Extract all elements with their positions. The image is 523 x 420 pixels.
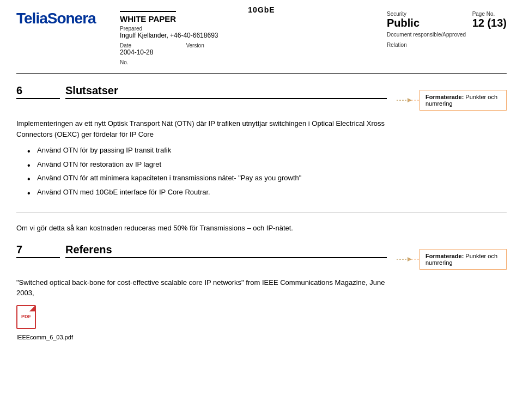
header-right: Security Public Page No. 12 (13) Documen… xyxy=(387,10,507,48)
pdf-icon[interactable]: PDF xyxy=(16,305,38,331)
security-pageno-row: Security Public Page No. 12 (13) xyxy=(387,11,507,29)
bullet-item-4: Använd OTN med 10GbE interface för IP Co… xyxy=(27,187,387,198)
formatted-box-7: Formaterade: Punkter och numrering xyxy=(419,249,507,270)
section7-heading-left: 7 Referens xyxy=(16,244,387,258)
no-label: No. xyxy=(120,59,387,65)
section6-body-row: Implementeringen av ett nytt Optisk Tran… xyxy=(16,118,507,203)
section7-number: 7 xyxy=(16,244,60,258)
relation-row: Relation xyxy=(387,42,507,48)
section7-body-right xyxy=(387,277,507,342)
section7-right-heading: Formaterade: Punkter och numrering xyxy=(387,244,507,270)
logo-sonera: Sonera xyxy=(47,10,96,27)
date-col: Date 2004-10-28 xyxy=(120,42,153,56)
page-no-label: Page No. xyxy=(472,11,507,17)
section6-right-heading: Formaterade: Punkter och numrering xyxy=(387,84,507,111)
section6-title: Slutsatser xyxy=(65,84,387,99)
section7: 7 Referens Formaterade: xyxy=(16,244,507,342)
section7-heading-row: 7 Referens Formaterade: xyxy=(16,244,507,270)
prepared-label: Prepared xyxy=(120,26,387,32)
section6-heading-row: 6 Slutsatser Forma xyxy=(16,84,507,111)
main-content: 6 Slutsatser Forma xyxy=(0,74,523,352)
logo-area: TeliaSonera xyxy=(16,10,104,27)
section6-heading-left: 6 Slutsatser xyxy=(16,84,387,99)
pdf-icon-area: PDF IEEEcomm_6_03.pdf xyxy=(16,305,387,342)
page: 10GbE TeliaSonera WHITE PAPER Prepared I… xyxy=(0,0,523,420)
pdf-icon-body: PDF xyxy=(16,305,36,329)
reference-text: "Switched optical back-bone for cost-eff… xyxy=(16,277,387,342)
date-label: Date xyxy=(120,42,153,48)
section7-body-row: "Switched optical back-bone for cost-eff… xyxy=(16,277,507,342)
formatted-label-7: Formaterade: xyxy=(425,253,464,259)
summary-para: Om vi gör detta så kan kostnaden reducer… xyxy=(16,212,507,234)
version-col: Version xyxy=(186,42,204,56)
pdf-icon-corner xyxy=(29,306,35,312)
section6: 6 Slutsatser Forma xyxy=(16,84,507,203)
bullet-item-1: Använd OTN för by passing IP transit tra… xyxy=(27,145,387,156)
page-no-value: 12 (13) xyxy=(472,17,507,29)
formatted-box-6: Formaterade: Punkter och numrering xyxy=(419,90,507,111)
section6-bullet-list: Använd OTN för by passing IP transit tra… xyxy=(27,145,387,197)
bullet-item-3: Använd OTN för att minimera kapaciteten … xyxy=(27,173,387,184)
header: TeliaSonera WHITE PAPER Prepared Ingulf … xyxy=(0,0,523,65)
section6-number: 6 xyxy=(16,84,60,99)
bullet-item-2: Använd OTN för restoration av IP lagret xyxy=(27,159,387,170)
version-label: Version xyxy=(186,42,204,48)
logo-telia: Telia xyxy=(16,10,47,27)
section6-body: Implementeringen av ett nytt Optisk Tran… xyxy=(16,118,387,203)
pageno-col: Page No. 12 (13) xyxy=(472,11,507,29)
public-label: Public xyxy=(387,17,419,29)
logo: TeliaSonera xyxy=(16,10,104,27)
pdf-filename: IEEEcomm_6_03.pdf xyxy=(16,333,73,342)
section6-intro: Implementeringen av ett nytt Optisk Tran… xyxy=(16,118,387,139)
date-value: 2004-10-28 xyxy=(120,48,153,56)
prepared-value: Ingulf Kjellander, +46-40-6618693 xyxy=(120,32,387,39)
section6-body-right xyxy=(387,118,507,203)
pdf-icon-text: PDF xyxy=(21,313,31,321)
security-label: Security xyxy=(387,11,419,17)
version-value xyxy=(186,48,204,56)
header-middle: WHITE PAPER Prepared Ingulf Kjellander, … xyxy=(104,10,387,65)
section7-title: Referens xyxy=(65,244,387,258)
doc-responsible-label: Document responsible/Approved xyxy=(387,32,507,38)
formatted-label-6: Formaterade: xyxy=(425,94,464,100)
security-col: Security Public xyxy=(387,11,419,29)
relation-label: Relation xyxy=(387,42,507,48)
prepared-section: Prepared Ingulf Kjellander, +46-40-66186… xyxy=(120,26,387,39)
date-version-row: Date 2004-10-28 Version xyxy=(120,42,387,56)
white-paper-label: WHITE PAPER xyxy=(120,11,176,23)
